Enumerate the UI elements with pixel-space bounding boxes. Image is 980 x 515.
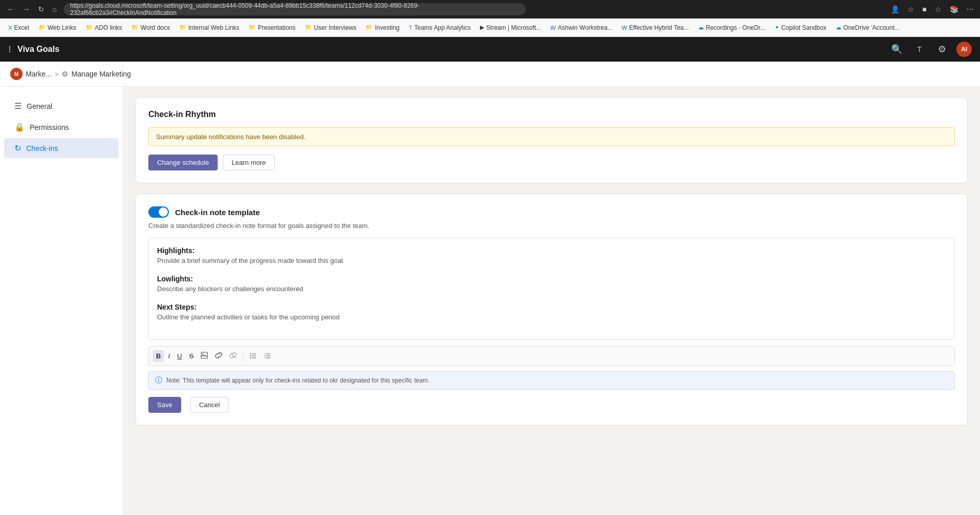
team-name[interactable]: Marke... bbox=[26, 70, 52, 78]
page-layout: ☰ General 🔒 Permissions ↻ Check-ins Chec… bbox=[0, 87, 980, 515]
current-page-label: Manage Marketing bbox=[71, 70, 131, 78]
checkin-rhythm-card: Check-in Rhythm Summary update notificat… bbox=[136, 97, 968, 183]
folder-icon: 📁 bbox=[39, 24, 46, 31]
bookmark-worddocs[interactable]: 📁 Word docs bbox=[127, 23, 174, 33]
svg-point-3 bbox=[250, 353, 251, 354]
svg-point-1 bbox=[202, 353, 203, 354]
breadcrumb-separator: > bbox=[55, 70, 59, 78]
grid-icon[interactable]: ⁝ bbox=[8, 44, 11, 55]
info-icon: ⓘ bbox=[155, 376, 162, 385]
sidebar: ☰ General 🔒 Permissions ↻ Check-ins bbox=[0, 87, 123, 515]
bookmark-excel[interactable]: X Excel bbox=[4, 23, 33, 33]
change-schedule-button[interactable]: Change schedule bbox=[148, 155, 218, 170]
profile-icon[interactable]: 👤 bbox=[889, 4, 901, 14]
checkin-icon: ↻ bbox=[14, 143, 21, 153]
bookmark-weblinks[interactable]: 📁 Web Links bbox=[34, 23, 81, 33]
bookmark-investing[interactable]: 📁 Investing bbox=[361, 23, 403, 33]
search-button[interactable]: 🔍 bbox=[889, 41, 905, 58]
back-button[interactable]: ← bbox=[4, 3, 17, 15]
lowlights-desc: Describe any blockers or challenges enco… bbox=[157, 285, 946, 293]
sidebar-checkins-label: Check-ins bbox=[26, 144, 58, 152]
bookmark-stream[interactable]: ▶ Stream | Microsoft... bbox=[476, 23, 545, 33]
template-title: Check-in note template bbox=[175, 208, 260, 217]
link-button[interactable] bbox=[212, 350, 225, 363]
settings-button[interactable]: ⚙ bbox=[934, 41, 950, 58]
unlink-button[interactable] bbox=[226, 350, 240, 363]
bookmark-adolinks-label: ADO links bbox=[95, 24, 122, 31]
extension-icon[interactable]: ■ bbox=[920, 4, 929, 14]
bold-button[interactable]: B bbox=[153, 350, 164, 362]
more-icon[interactable]: ⋯ bbox=[965, 4, 976, 14]
bookmark-internalweblinks[interactable]: 📁 Internal Web Links bbox=[175, 23, 243, 33]
cancel-button[interactable]: Cancel bbox=[190, 397, 228, 413]
manage-icon: ⚙ bbox=[62, 70, 68, 78]
refresh-button[interactable]: ↻ bbox=[35, 3, 47, 15]
bookmark-userinterviews[interactable]: 📁 User Interviews bbox=[301, 23, 361, 33]
team-avatar: M bbox=[10, 68, 23, 80]
template-toggle[interactable] bbox=[148, 206, 169, 218]
template-actions: Save Cancel bbox=[148, 397, 955, 413]
image-button[interactable] bbox=[198, 350, 211, 363]
sidebar-general-label: General bbox=[27, 102, 52, 110]
bookmark-recordings[interactable]: ☁ Recordings - OneDr... bbox=[694, 23, 770, 33]
bookmark-effectivehybrid[interactable]: W Effective Hybrid Tea... bbox=[618, 23, 693, 33]
bookmark-copilot-label: Copilot Sandbox bbox=[781, 24, 827, 31]
breadcrumb-current: ⚙ Manage Marketing bbox=[62, 70, 131, 78]
favorites-icon[interactable]: ☆ bbox=[933, 4, 944, 14]
bookmark-presentations[interactable]: 📁 Presentations bbox=[244, 23, 299, 33]
note-info-banner: ⓘ Note: This template will appear only f… bbox=[148, 371, 955, 390]
address-bar[interactable]: https://goals.cloud.microsoft/team-setti… bbox=[64, 3, 526, 15]
highlights-title: Highlights: bbox=[157, 246, 946, 255]
bookmark-investing-label: Investing bbox=[375, 24, 399, 31]
folder-icon: 📁 bbox=[305, 24, 312, 31]
svg-point-5 bbox=[250, 355, 251, 356]
checkin-rhythm-alert: Summary update notifications have been d… bbox=[148, 127, 955, 146]
general-icon: ☰ bbox=[14, 101, 22, 111]
browser-controls: ← → ↻ ⌂ bbox=[4, 3, 60, 15]
lock-icon: 🔒 bbox=[14, 122, 25, 132]
template-area: Highlights: Provide a brief summary of t… bbox=[148, 238, 955, 340]
bookmark-ashwin[interactable]: W Ashwin Workstrea... bbox=[546, 23, 617, 33]
lowlights-title: Lowlights: bbox=[157, 275, 946, 283]
breadcrumb: M Marke... > ⚙ Manage Marketing bbox=[0, 62, 980, 87]
bookmark-weblinks-label: Web Links bbox=[48, 24, 76, 31]
collections-icon[interactable]: 📚 bbox=[948, 4, 960, 14]
avatar[interactable]: AI bbox=[956, 42, 972, 57]
folder-icon: 📁 bbox=[86, 24, 93, 31]
excel-icon: X bbox=[8, 25, 12, 31]
strikethrough-button[interactable]: S bbox=[186, 350, 197, 362]
bookmark-onedrive[interactable]: ☁ OneDrive 'Account... bbox=[832, 23, 904, 33]
underline-button[interactable]: U bbox=[174, 350, 185, 362]
editor-toolbar: B I U S 1.2.3. bbox=[148, 346, 955, 366]
svg-text:3.: 3. bbox=[264, 356, 266, 359]
bullet-list-button[interactable] bbox=[246, 350, 260, 363]
checkin-rhythm-actions: Change schedule Learn more bbox=[148, 155, 955, 170]
bookmark-excel-label: Excel bbox=[14, 24, 29, 31]
numbered-list-button[interactable]: 1.2.3. bbox=[261, 350, 274, 363]
word-icon: W bbox=[622, 25, 627, 31]
bookmark-teamsappanalytics[interactable]: T Teams App Analytics bbox=[405, 23, 475, 33]
folder-icon: 📁 bbox=[366, 24, 373, 31]
stream-icon: ▶ bbox=[480, 24, 484, 31]
folder-icon: 📁 bbox=[248, 24, 256, 31]
save-button[interactable]: Save bbox=[148, 397, 181, 413]
bookmark-worddocs-label: Word docs bbox=[141, 24, 170, 31]
sidebar-item-checkins[interactable]: ↻ Check-ins bbox=[4, 138, 119, 158]
bookmark-presentations-label: Presentations bbox=[258, 24, 295, 31]
teams-button[interactable]: T bbox=[911, 41, 928, 58]
italic-button[interactable]: I bbox=[165, 350, 173, 362]
teams-icon: T bbox=[409, 25, 412, 31]
onedrive-icon: ☁ bbox=[836, 24, 841, 31]
sidebar-item-permissions[interactable]: 🔒 Permissions bbox=[4, 117, 119, 137]
star-icon[interactable]: ☆ bbox=[906, 4, 916, 14]
learn-more-button[interactable]: Learn more bbox=[223, 155, 274, 170]
forward-button[interactable]: → bbox=[20, 3, 33, 15]
content-area: Check-in Rhythm Summary update notificat… bbox=[123, 87, 980, 515]
home-button[interactable]: ⌂ bbox=[49, 3, 60, 15]
bookmark-adolinks[interactable]: 📁 ADO links bbox=[82, 23, 126, 33]
sidebar-item-general[interactable]: ☰ General bbox=[4, 96, 119, 116]
app-bar: ⁝ Viva Goals 🔍 T ⚙ AI bbox=[0, 37, 980, 62]
bookmark-copilot[interactable]: ✦ Copilot Sandbox bbox=[771, 23, 831, 33]
note-info-text: Note: This template will appear only for… bbox=[166, 377, 430, 384]
toolbar-divider bbox=[243, 352, 243, 361]
